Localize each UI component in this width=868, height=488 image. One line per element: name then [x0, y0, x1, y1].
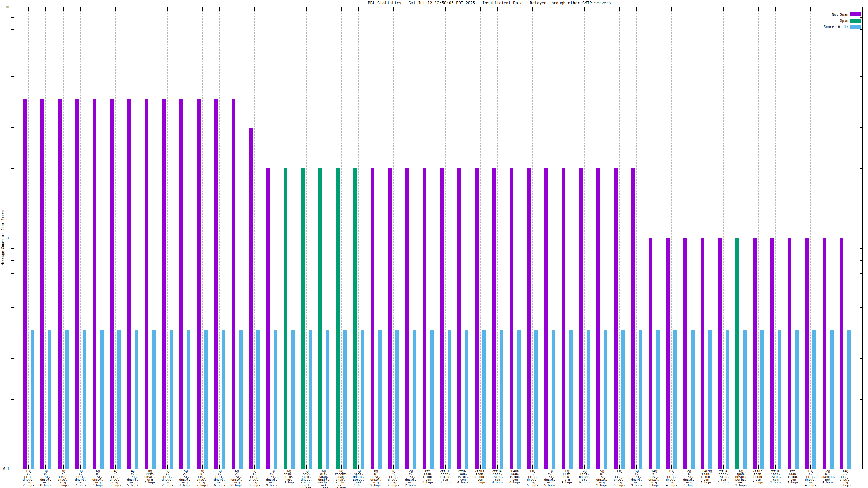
x-tick-label: 3@ 0. list. dnswl. org 7 hops — [197, 470, 208, 487]
plot-area: RBL Statistics - Sat Jul 12 12:58:06 EDT… — [0, 0, 868, 488]
x-tick-label: 0@ list. dnswl. org 8 hops — [144, 470, 156, 484]
x-tick-label: 2@ list. dnswl. org 9 hops — [579, 470, 590, 484]
x-tick-label: 2@ Y. list. dnswl. org 2 hops — [405, 470, 416, 487]
y-tick-label: 0.1 — [0, 467, 9, 471]
plot-border — [11, 7, 863, 469]
x-tick-label: 6@ spam. dnsbl. sorbs. net 2 hops — [736, 470, 747, 487]
x-tick-label: 15@ Y. list. dnswl. org 7 hops — [23, 470, 34, 487]
x-tick-label: 3@ Y. list. dnswl. org 8 hops — [58, 470, 69, 487]
x-tick-label: 2@ 3. list. dnswl. org 1 hop — [683, 470, 694, 487]
x-tick-label: 6@ 2. list. dnswl. org 6 hops — [231, 470, 243, 487]
x-tick-label: 14@ 2. list. dnswl. org 3 hops — [840, 470, 851, 487]
x-tick-label: 2@ bl. spamcop. net 4 hops — [820, 470, 835, 484]
x-tick-label: 6@ dnsbl. sorbs. net 1 hop — [283, 470, 295, 484]
x-tick-label: 6@ old. spam. dnsbl. sorbs. net 1 hop — [318, 470, 330, 488]
x-tick-label: 1ff. iadb. isipp. com 2 hops — [787, 470, 799, 484]
x-tick-label: 6@ 0. list. dnswl. org 3 hops — [92, 470, 104, 487]
x-tick-label: 5@ Y. list. dnswl. org 9 hops — [631, 470, 642, 487]
x-tick-label: 0@ list. dnswl. org 9 hops — [561, 470, 573, 484]
x-tick-label: 11@ 2. list. dnswl. org 9 hops — [614, 470, 625, 487]
x-tick-label: 14@ Y. list. dnswl. org 3 hops — [648, 470, 660, 487]
x-tick-label: 6@ recent. spam. dnsbl. sorbs. net 1 hop — [335, 470, 348, 488]
x-tick-label: 2ff04. iadb. isipp. com 4 hops — [492, 470, 503, 484]
x-tick-label: 6@ spam. dnsbl. sorbs. net 1 hop — [353, 470, 364, 487]
x-tick-label: 5@ 0. list. dnswl. org 9 hops — [596, 470, 608, 487]
x-tick-label: 3@ Y. list. dnswl. org 7 hops — [162, 470, 173, 487]
x-tick-label: 11@ Y. list. dnswl. org 9 hops — [266, 470, 277, 487]
x-tick-label: 3@ 0. list. dnswl. org 8 hops — [40, 470, 52, 487]
x-tick-label: 1ff. iadb. isipp. com 4 hops — [423, 470, 434, 484]
x-tick-label: 15@ Y. list. dnswl. org 4 hops — [805, 470, 816, 487]
x-tick-label: 15@ 2. list. dnswl. org 7 hops — [179, 470, 190, 487]
chart-title: RBL Statistics - Sat Jul 12 12:58:06 EDT… — [368, 1, 611, 5]
x-tick-label: 3640a. iadb. isipp. com 4 hops — [509, 470, 521, 484]
x-tick-label: 6@ new. spam. dnsbl. sorbs. net 1 hop — [301, 470, 312, 488]
x-tick-label: 8@ 0. list. dnswl. org 2 hops — [370, 470, 382, 487]
x-tick-label: 11@ 2. list. dnswl. org 5 hops — [527, 470, 538, 487]
x-tick-label: 4@ Y. list. dnswl. org 5 hops — [127, 470, 138, 487]
x-tick-label: 11@ Y. list. dnswl. org 5 hops — [544, 470, 556, 487]
x-tick-label: 2ff02. iadb. isipp. com 2 hops — [753, 470, 764, 484]
x-tick-label: 2ff04. iadb. isipp. com 2 hops — [718, 470, 729, 484]
x-tick-label: 36409@ iadb. isipp. com 2 hops — [701, 470, 712, 484]
x-tick-label: 15@ 0. list. dnswl. org 4 hops — [666, 470, 677, 487]
x-tick-label: 6@ 1. list. dnswl. org 3 hops — [249, 470, 260, 487]
y-tick-label: 1 — [0, 236, 9, 240]
x-tick-label: 4@ 2. list. dnswl. org 5 hops — [110, 470, 121, 487]
x-tick-label: 2ff01. iadb. isipp. com 2 hops — [770, 470, 781, 484]
y-tick-label: 10 — [0, 5, 9, 9]
x-tick-label: 2ff02. iadb. isipp. com 4 hops — [457, 470, 468, 484]
x-tick-label: 9@ Y. list. dnswl. org 7 hops — [75, 470, 86, 487]
x-tick-label: 2ff01. iadb. isipp. com 4 hops — [440, 470, 451, 484]
x-tick-label: 2ff03. iadb. isipp. com 4 hops — [475, 470, 486, 484]
x-tick-label: 6@ Y. list. dnswl. org 6 hops — [214, 470, 225, 487]
x-tick-label: 2@ 2. list. dnswl. org 2 hops — [388, 470, 399, 487]
